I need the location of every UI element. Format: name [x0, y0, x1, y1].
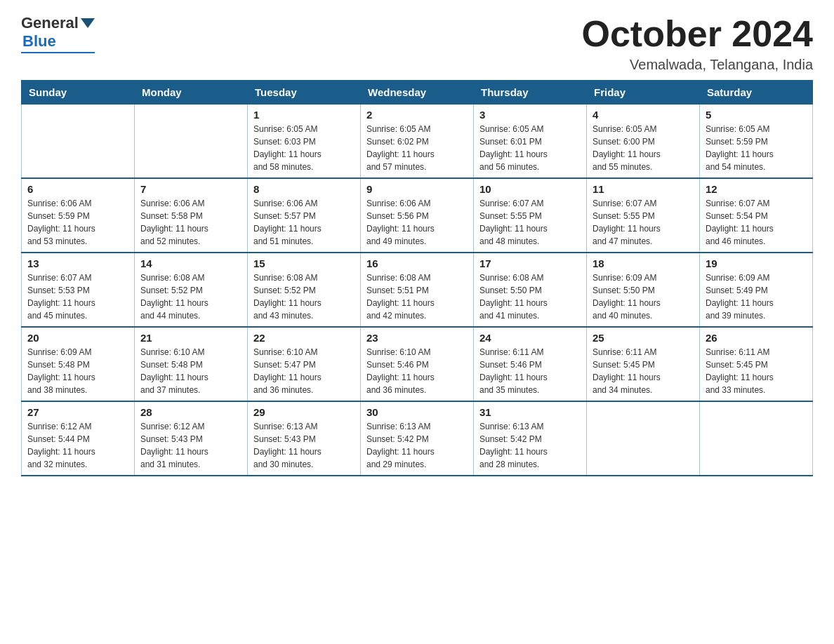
calendar-week-5: 27Sunrise: 6:12 AMSunset: 5:44 PMDayligh… [22, 401, 813, 476]
day-info: Sunrise: 6:05 AMSunset: 5:59 PMDaylight:… [706, 123, 807, 173]
day-info: Sunrise: 6:12 AMSunset: 5:43 PMDaylight:… [140, 420, 241, 471]
day-number: 24 [479, 332, 581, 344]
calendar-cell: 21Sunrise: 6:10 AMSunset: 5:48 PMDayligh… [135, 327, 248, 401]
day-number: 7 [140, 183, 241, 195]
day-of-week-saturday: Saturday [700, 81, 813, 105]
calendar-cell: 29Sunrise: 6:13 AMSunset: 5:43 PMDayligh… [248, 401, 361, 476]
day-info: Sunrise: 6:05 AMSunset: 6:00 PMDaylight:… [593, 123, 694, 173]
calendar-cell: 15Sunrise: 6:08 AMSunset: 5:52 PMDayligh… [248, 253, 361, 327]
day-info: Sunrise: 6:13 AMSunset: 5:42 PMDaylight:… [479, 420, 581, 471]
page-header: General Blue October 2024 Vemalwada, Tel… [21, 14, 813, 73]
logo-underline [21, 52, 95, 53]
day-info: Sunrise: 6:07 AMSunset: 5:54 PMDaylight:… [706, 197, 807, 248]
calendar-cell: 8Sunrise: 6:06 AMSunset: 5:57 PMDaylight… [248, 178, 361, 253]
calendar-cell: 23Sunrise: 6:10 AMSunset: 5:46 PMDayligh… [361, 327, 474, 401]
day-info: Sunrise: 6:08 AMSunset: 5:51 PMDaylight:… [366, 271, 468, 322]
calendar-cell: 9Sunrise: 6:06 AMSunset: 5:56 PMDaylight… [361, 178, 474, 253]
logo-blue-text: Blue [22, 32, 56, 51]
day-info: Sunrise: 6:10 AMSunset: 5:48 PMDaylight:… [140, 346, 241, 396]
calendar-cell: 2Sunrise: 6:05 AMSunset: 6:02 PMDaylight… [361, 105, 474, 179]
day-number: 23 [366, 332, 468, 344]
day-info: Sunrise: 6:07 AMSunset: 5:55 PMDaylight:… [479, 197, 581, 248]
calendar-cell [700, 401, 813, 476]
day-info: Sunrise: 6:05 AMSunset: 6:03 PMDaylight:… [253, 123, 355, 173]
day-number: 8 [253, 183, 355, 195]
day-info: Sunrise: 6:06 AMSunset: 5:56 PMDaylight:… [366, 197, 468, 248]
logo-arrow-icon [81, 18, 95, 28]
day-info: Sunrise: 6:13 AMSunset: 5:42 PMDaylight:… [366, 420, 468, 471]
calendar-body: 1Sunrise: 6:05 AMSunset: 6:03 PMDaylight… [22, 105, 813, 476]
day-info: Sunrise: 6:07 AMSunset: 5:55 PMDaylight:… [593, 197, 694, 248]
calendar-week-1: 1Sunrise: 6:05 AMSunset: 6:03 PMDaylight… [22, 105, 813, 179]
day-of-week-monday: Monday [135, 81, 248, 105]
day-of-week-friday: Friday [587, 81, 700, 105]
month-title: October 2024 [582, 14, 814, 54]
title-block: October 2024 Vemalwada, Telangana, India [582, 14, 814, 73]
day-number: 5 [706, 109, 807, 121]
calendar-cell: 12Sunrise: 6:07 AMSunset: 5:54 PMDayligh… [700, 178, 813, 253]
day-info: Sunrise: 6:08 AMSunset: 5:52 PMDaylight:… [140, 271, 241, 322]
day-number: 1 [253, 109, 355, 121]
calendar-cell: 19Sunrise: 6:09 AMSunset: 5:49 PMDayligh… [700, 253, 813, 327]
days-of-week-row: SundayMondayTuesdayWednesdayThursdayFrid… [22, 81, 813, 105]
day-number: 25 [593, 332, 694, 344]
day-number: 11 [593, 183, 694, 195]
calendar-cell: 27Sunrise: 6:12 AMSunset: 5:44 PMDayligh… [22, 401, 135, 476]
calendar-cell: 5Sunrise: 6:05 AMSunset: 5:59 PMDaylight… [700, 105, 813, 179]
day-info: Sunrise: 6:07 AMSunset: 5:53 PMDaylight:… [27, 271, 128, 322]
day-number: 17 [479, 257, 581, 269]
day-number: 26 [706, 332, 807, 344]
day-number: 20 [27, 332, 128, 344]
calendar-cell: 4Sunrise: 6:05 AMSunset: 6:00 PMDaylight… [587, 105, 700, 179]
day-number: 3 [479, 109, 581, 121]
day-number: 18 [593, 257, 694, 269]
location-subtitle: Vemalwada, Telangana, India [582, 57, 814, 73]
calendar-cell [587, 401, 700, 476]
calendar-cell: 11Sunrise: 6:07 AMSunset: 5:55 PMDayligh… [587, 178, 700, 253]
calendar-cell: 16Sunrise: 6:08 AMSunset: 5:51 PMDayligh… [361, 253, 474, 327]
calendar-cell: 10Sunrise: 6:07 AMSunset: 5:55 PMDayligh… [474, 178, 587, 253]
day-info: Sunrise: 6:06 AMSunset: 5:59 PMDaylight:… [27, 197, 128, 248]
day-number: 31 [479, 406, 581, 418]
day-info: Sunrise: 6:09 AMSunset: 5:49 PMDaylight:… [706, 271, 807, 322]
day-info: Sunrise: 6:11 AMSunset: 5:46 PMDaylight:… [479, 346, 581, 396]
day-number: 14 [140, 257, 241, 269]
day-of-week-thursday: Thursday [474, 81, 587, 105]
day-info: Sunrise: 6:08 AMSunset: 5:50 PMDaylight:… [479, 271, 581, 322]
day-number: 22 [253, 332, 355, 344]
day-info: Sunrise: 6:09 AMSunset: 5:50 PMDaylight:… [593, 271, 694, 322]
calendar-cell: 18Sunrise: 6:09 AMSunset: 5:50 PMDayligh… [587, 253, 700, 327]
day-info: Sunrise: 6:11 AMSunset: 5:45 PMDaylight:… [706, 346, 807, 396]
day-number: 2 [366, 109, 468, 121]
day-info: Sunrise: 6:05 AMSunset: 6:02 PMDaylight:… [366, 123, 468, 173]
calendar-header: SundayMondayTuesdayWednesdayThursdayFrid… [22, 81, 813, 105]
day-number: 16 [366, 257, 468, 269]
day-info: Sunrise: 6:12 AMSunset: 5:44 PMDaylight:… [27, 420, 128, 471]
day-number: 12 [706, 183, 807, 195]
calendar-cell: 28Sunrise: 6:12 AMSunset: 5:43 PMDayligh… [135, 401, 248, 476]
day-info: Sunrise: 6:06 AMSunset: 5:57 PMDaylight:… [253, 197, 355, 248]
calendar-week-4: 20Sunrise: 6:09 AMSunset: 5:48 PMDayligh… [22, 327, 813, 401]
day-number: 30 [366, 406, 468, 418]
day-info: Sunrise: 6:05 AMSunset: 6:01 PMDaylight:… [479, 123, 581, 173]
day-info: Sunrise: 6:13 AMSunset: 5:43 PMDaylight:… [253, 420, 355, 471]
day-number: 4 [593, 109, 694, 121]
calendar-cell: 14Sunrise: 6:08 AMSunset: 5:52 PMDayligh… [135, 253, 248, 327]
day-number: 19 [706, 257, 807, 269]
day-number: 21 [140, 332, 241, 344]
calendar-cell: 1Sunrise: 6:05 AMSunset: 6:03 PMDaylight… [248, 105, 361, 179]
day-number: 15 [253, 257, 355, 269]
calendar-cell: 30Sunrise: 6:13 AMSunset: 5:42 PMDayligh… [361, 401, 474, 476]
logo-general-text: General [21, 14, 95, 32]
calendar-cell: 13Sunrise: 6:07 AMSunset: 5:53 PMDayligh… [22, 253, 135, 327]
calendar-cell: 20Sunrise: 6:09 AMSunset: 5:48 PMDayligh… [22, 327, 135, 401]
day-number: 13 [27, 257, 128, 269]
day-number: 10 [479, 183, 581, 195]
calendar-cell: 26Sunrise: 6:11 AMSunset: 5:45 PMDayligh… [700, 327, 813, 401]
calendar-table: SundayMondayTuesdayWednesdayThursdayFrid… [21, 80, 813, 476]
calendar-cell: 25Sunrise: 6:11 AMSunset: 5:45 PMDayligh… [587, 327, 700, 401]
calendar-cell: 24Sunrise: 6:11 AMSunset: 5:46 PMDayligh… [474, 327, 587, 401]
day-number: 27 [27, 406, 128, 418]
day-info: Sunrise: 6:11 AMSunset: 5:45 PMDaylight:… [593, 346, 694, 396]
day-info: Sunrise: 6:09 AMSunset: 5:48 PMDaylight:… [27, 346, 128, 396]
